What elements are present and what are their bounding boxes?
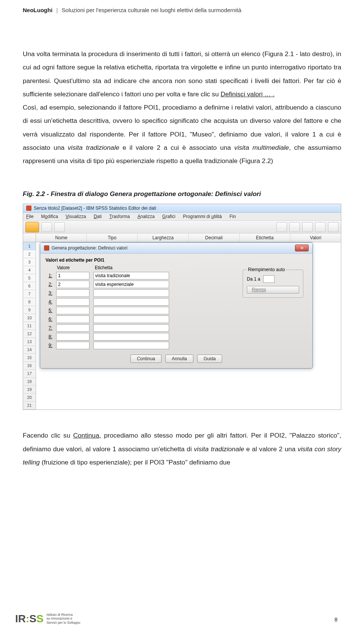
- value-row-4: 4:: [46, 298, 307, 306]
- figure-caption: Fig. 2.2 - Finestra di dialogo Genera pr…: [23, 190, 341, 198]
- label-input-2[interactable]: [93, 281, 169, 288]
- col-tipo[interactable]: Tipo: [87, 234, 138, 242]
- value-input-2[interactable]: [56, 281, 89, 288]
- value-row-8: 8:: [46, 333, 307, 341]
- section-label: Valori ed etichette per POI1: [46, 257, 307, 263]
- value-input-8[interactable]: [56, 333, 89, 341]
- row-18[interactable]: 18: [23, 378, 36, 386]
- col-larghezza[interactable]: Larghezza: [138, 234, 188, 242]
- menu-utilita[interactable]: Programmi di utilità: [183, 214, 222, 219]
- continue-button[interactable]: Continua: [130, 355, 162, 363]
- toolbar: [23, 221, 341, 234]
- value-row-9: 9:: [46, 342, 307, 349]
- row-8[interactable]: 8: [23, 298, 36, 306]
- close-button[interactable]: ✕: [295, 245, 309, 251]
- toolbar-btn-1[interactable]: [41, 222, 52, 232]
- spss-screenshot: Senza titolo2 [Dataset2] - IBM SPSS Stat…: [23, 204, 341, 410]
- menu-trasforma[interactable]: Trasforma: [109, 214, 130, 219]
- col-decimali[interactable]: Decimali: [189, 234, 240, 242]
- value-input-4[interactable]: [56, 298, 89, 306]
- paragraph-2: Così, ad esempio, selezionando il fattor…: [23, 101, 341, 168]
- paragraph-1: Una volta terminata la procedura di inse…: [23, 47, 341, 101]
- row-17[interactable]: 17: [23, 370, 36, 378]
- value-input-3[interactable]: [56, 289, 89, 297]
- row-12[interactable]: 12: [23, 330, 36, 338]
- fill-to-input[interactable]: [263, 275, 275, 283]
- open-icon[interactable]: [25, 222, 39, 232]
- menu-visualizza[interactable]: Visualizza: [66, 214, 86, 219]
- row-index: 4:: [46, 299, 52, 304]
- logo-text: Istituto di Ricerca su Innovazione e Ser…: [47, 613, 80, 625]
- col-etichetta[interactable]: Etichetta: [240, 234, 290, 242]
- toolbar-btn-4[interactable]: [289, 222, 300, 232]
- grid-cells: Genera progettazione: Definisci valori ✕…: [36, 242, 341, 410]
- window-title: Senza titolo2 [Dataset2] - IBM SPSS Stat…: [34, 206, 156, 211]
- label-input-3[interactable]: [93, 289, 169, 297]
- row-21[interactable]: 21: [23, 402, 36, 410]
- fill-button[interactable]: Riempi: [247, 286, 299, 293]
- menubar: File Modifica Visualizza Dati Trasforma …: [23, 213, 341, 221]
- cancel-button[interactable]: Annulla: [165, 355, 193, 363]
- logo-glyph: IR:SS: [15, 613, 44, 625]
- col-nome[interactable]: Nome: [36, 234, 87, 242]
- row-index: 2:: [46, 282, 52, 287]
- row-16[interactable]: 16: [23, 362, 36, 370]
- row-index: 8:: [46, 334, 52, 339]
- window-titlebar: Senza titolo2 [Dataset2] - IBM SPSS Stat…: [23, 204, 341, 213]
- fill-group: Riempimento auto Da 1 a Riempi: [243, 270, 303, 298]
- row-19[interactable]: 19: [23, 386, 36, 394]
- header-divider: |: [56, 7, 58, 13]
- label-input-8[interactable]: [93, 333, 169, 341]
- col-valori[interactable]: Valori: [290, 234, 341, 242]
- label-input-9[interactable]: [93, 342, 169, 349]
- body-text: Una volta terminata la procedura di inse…: [23, 47, 341, 168]
- row-2[interactable]: 2: [23, 250, 36, 258]
- row-index: 9:: [46, 343, 52, 348]
- fill-legend: Riempimento auto: [247, 267, 286, 272]
- row-15[interactable]: 15: [23, 354, 36, 362]
- menu-analizza[interactable]: Analizza: [137, 214, 154, 219]
- toolbar-btn-2[interactable]: [54, 222, 65, 232]
- row-20[interactable]: 20: [23, 394, 36, 402]
- menu-grafici[interactable]: Grafici: [162, 214, 176, 219]
- app-icon: [26, 206, 31, 211]
- row-6[interactable]: 6: [23, 282, 36, 290]
- grid-area: 1 2 3 4 5 6 7 8 9 10 11 12 13 14 15 16 1…: [23, 242, 341, 410]
- label-input-1[interactable]: [93, 272, 169, 279]
- row-3[interactable]: 3: [23, 258, 36, 266]
- menu-fin[interactable]: Fin: [229, 214, 236, 219]
- row-4[interactable]: 4: [23, 266, 36, 274]
- menu-dati[interactable]: Dati: [94, 214, 102, 219]
- toolbar-btn-3[interactable]: [276, 222, 287, 232]
- help-button[interactable]: Guida: [197, 355, 222, 363]
- menu-modifica[interactable]: Modifica: [41, 214, 58, 219]
- value-input-9[interactable]: [56, 342, 89, 349]
- row-11[interactable]: 11: [23, 322, 36, 330]
- value-input-5[interactable]: [56, 307, 89, 314]
- toolbar-btn-5[interactable]: [302, 222, 313, 232]
- label-input-5[interactable]: [93, 307, 169, 314]
- label-input-4[interactable]: [93, 298, 169, 306]
- value-input-7[interactable]: [56, 324, 89, 332]
- menu-file[interactable]: File: [26, 214, 33, 219]
- row-index: 5:: [46, 308, 52, 313]
- dialog-icon: [44, 245, 49, 251]
- brand-name: NeoLuoghi: [23, 7, 52, 13]
- define-values-dialog: Genera progettazione: Definisci valori ✕…: [40, 242, 313, 369]
- value-input-1[interactable]: [56, 272, 89, 279]
- dialog-titlebar: Genera progettazione: Definisci valori ✕: [40, 243, 312, 254]
- label-input-7[interactable]: [93, 324, 169, 332]
- row-7[interactable]: 7: [23, 290, 36, 298]
- label-input-6[interactable]: [93, 315, 169, 323]
- value-input-6[interactable]: [56, 315, 89, 323]
- row-10[interactable]: 10: [23, 314, 36, 322]
- row-5[interactable]: 5: [23, 274, 36, 282]
- row-9[interactable]: 9: [23, 306, 36, 314]
- row-14[interactable]: 14: [23, 346, 36, 354]
- toolbar-btn-6[interactable]: [315, 222, 326, 232]
- toolbar-btn-7[interactable]: [328, 222, 339, 232]
- row-1[interactable]: 1: [23, 242, 36, 250]
- row-13[interactable]: 13: [23, 338, 36, 346]
- value-row-5: 5:: [46, 307, 307, 314]
- body-text-2: Facendo clic su Continua, procediamo all…: [23, 429, 341, 469]
